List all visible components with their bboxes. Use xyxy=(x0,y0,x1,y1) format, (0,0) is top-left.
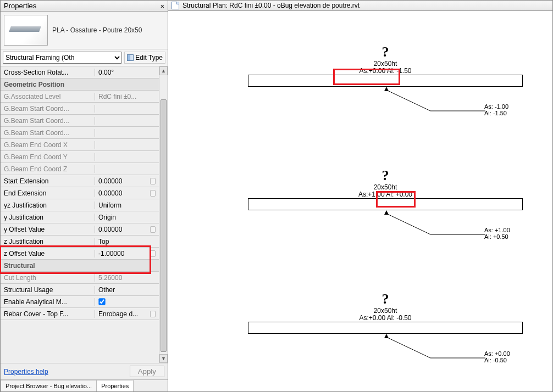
palette-tabs: Project Browser - Bug elevatio... Proper… xyxy=(1,379,168,391)
properties-panel: Properties ✕ PLA - Ossature - Poutre 20x… xyxy=(0,0,168,392)
property-label: Start Extension xyxy=(1,177,95,185)
value-handle-icon[interactable] xyxy=(150,311,156,317)
property-row[interactable]: G.Beam Start Coord... xyxy=(1,127,159,139)
property-row[interactable]: Cross-Section Rotat...0.00° xyxy=(1,66,159,79)
properties-title-bar: Properties ✕ xyxy=(1,1,168,12)
property-label: y Justification xyxy=(1,214,95,221)
property-value[interactable]: 0.00000 xyxy=(95,177,159,185)
edit-type-button[interactable]: Edit Type xyxy=(124,52,165,64)
edit-type-icon xyxy=(127,54,134,61)
property-row[interactable]: y JustificationOrigin xyxy=(1,211,159,223)
view-window: Structural Plan: RdC fini ±0.00 - oBug e… xyxy=(168,0,553,392)
question-mark-icon: ? xyxy=(248,44,523,60)
question-mark-icon: ? xyxy=(248,167,523,184)
property-row[interactable]: z Offset Value-1.00000 xyxy=(1,248,159,260)
beam-instance[interactable]: ?20x50htAs:+0.00 Ai: -0.50As: +0.00Ai: -… xyxy=(248,291,523,334)
property-value[interactable]: 0.00000 xyxy=(95,189,159,197)
property-row[interactable]: G.Beam End Coord X xyxy=(1,139,159,151)
property-row[interactable]: Structural UsageOther xyxy=(1,284,159,296)
svg-line-2 xyxy=(386,214,430,234)
property-grid: Cross-Section Rotat...0.00°Geometric Pos… xyxy=(1,66,159,363)
property-label: Structural Usage xyxy=(1,286,95,294)
property-row: Geometric Position xyxy=(1,79,159,91)
property-row[interactable]: Rebar Cover - Top F...Enrobage d... xyxy=(1,308,159,320)
beam-outline[interactable] xyxy=(248,322,523,334)
type-thumbnail xyxy=(4,15,48,46)
property-row[interactable]: Enable Analytical M... xyxy=(1,296,159,308)
property-value[interactable]: Top xyxy=(95,238,159,245)
leader-line xyxy=(386,88,496,126)
property-label: Geometric Position xyxy=(1,81,68,88)
property-value[interactable]: Other xyxy=(95,286,159,294)
property-label: Rebar Cover - Top F... xyxy=(1,310,95,318)
property-value[interactable]: 0.00000 xyxy=(95,226,159,233)
properties-help-link[interactable]: Properties help xyxy=(4,368,48,376)
property-row[interactable]: G.Associated LevelRdC fini ±0... xyxy=(1,91,159,103)
property-label: End Extension xyxy=(1,189,95,197)
beam-label: 20x50htAs:+0.00 Ai: -0.50 xyxy=(248,307,523,322)
property-label: G.Beam Start Coord... xyxy=(1,129,95,137)
analytical-checkbox[interactable] xyxy=(98,298,105,305)
property-value[interactable]: -1.00000 xyxy=(95,250,159,257)
property-row[interactable]: G.Beam End Coord Z xyxy=(1,163,159,175)
apply-button[interactable]: Apply xyxy=(130,366,164,377)
beam-label: 20x50htAs:+1.00 Ai: +0.00 xyxy=(248,184,523,198)
drawing-canvas[interactable]: ?20x50htAs:+0.00 Ai: -1.50As: -1.00Ai: -… xyxy=(168,11,552,391)
value-handle-icon[interactable] xyxy=(150,190,156,197)
property-row[interactable]: y Offset Value0.00000 xyxy=(1,223,159,236)
property-value[interactable]: 0.00° xyxy=(95,69,159,76)
category-selector[interactable]: Structural Framing (Oth xyxy=(3,52,122,64)
tab-properties[interactable]: Properties xyxy=(96,380,134,391)
beam-instance[interactable]: ?20x50htAs:+0.00 Ai: -1.50As: -1.00Ai: -… xyxy=(248,44,523,87)
property-value[interactable]: RdC fini ±0... xyxy=(95,93,159,100)
property-row[interactable]: G.Beam End Coord Y xyxy=(1,151,159,163)
property-label: Enable Analytical M... xyxy=(1,298,95,306)
property-label: G.Beam End Coord Z xyxy=(1,165,95,173)
view-title-text: Structural Plan: RdC fini ±0.00 - oBug e… xyxy=(183,2,360,9)
tab-project-browser[interactable]: Project Browser - Bug elevatio... xyxy=(1,380,97,391)
beam-outline[interactable] xyxy=(248,75,523,87)
property-value[interactable] xyxy=(95,298,159,305)
property-row[interactable]: G.Beam Start Coord... xyxy=(1,115,159,127)
value-handle-icon[interactable] xyxy=(150,178,156,184)
question-mark-icon: ? xyxy=(248,291,523,307)
property-row: Structural xyxy=(1,260,159,272)
property-label: G.Beam End Coord X xyxy=(1,141,95,149)
view-title-bar: Structural Plan: RdC fini ±0.00 - oBug e… xyxy=(168,1,552,11)
svg-line-4 xyxy=(386,337,430,358)
property-label: z Justification xyxy=(1,238,95,245)
property-row[interactable]: Cut Length5.26000 xyxy=(1,272,159,284)
property-label: G.Beam Start Coord... xyxy=(1,117,95,125)
property-label: y Offset Value xyxy=(1,226,95,233)
beam-callout: As: +0.00Ai: -0.50 xyxy=(484,350,510,363)
value-handle-icon[interactable] xyxy=(150,226,156,233)
value-handle-icon[interactable] xyxy=(150,250,156,257)
property-row[interactable]: yz JustificationUniform xyxy=(1,199,159,211)
property-value[interactable]: 5.26000 xyxy=(95,274,159,282)
beam-label: 20x50htAs:+0.00 Ai: -1.50 xyxy=(248,60,523,75)
property-label: Structural xyxy=(1,262,38,270)
property-row[interactable]: G.Beam Start Coord... xyxy=(1,103,159,115)
beam-outline[interactable] xyxy=(248,198,523,210)
property-value[interactable]: Origin xyxy=(95,214,159,221)
property-label: G.Associated Level xyxy=(1,93,95,100)
property-label: Cross-Section Rotat... xyxy=(1,69,95,76)
property-row[interactable]: End Extension0.00000 xyxy=(1,187,159,199)
beam-instance[interactable]: ?20x50htAs:+1.00 Ai: +0.00As: +1.00Ai: +… xyxy=(248,167,523,210)
property-value[interactable]: Enrobage d... xyxy=(95,310,159,318)
property-label: G.Beam Start Coord... xyxy=(1,105,95,113)
property-label: yz Justification xyxy=(1,201,95,209)
scroll-thumb[interactable] xyxy=(161,99,167,352)
close-icon[interactable]: ✕ xyxy=(161,2,164,10)
leader-line xyxy=(386,335,496,373)
property-value[interactable]: Uniform xyxy=(95,201,159,209)
property-label: Cut Length xyxy=(1,274,95,282)
document-icon xyxy=(172,2,179,9)
scroll-up-icon[interactable]: ▲ xyxy=(159,66,168,75)
type-header[interactable]: PLA - Ossature - Poutre 20x50 xyxy=(1,12,168,49)
grid-scrollbar[interactable]: ▲ ▼ xyxy=(159,66,168,363)
scroll-down-icon[interactable]: ▼ xyxy=(159,354,168,363)
property-row[interactable]: Start Extension0.00000 xyxy=(1,175,159,187)
type-name: PLA - Ossature - Poutre 20x50 xyxy=(52,26,142,34)
property-row[interactable]: z JustificationTop xyxy=(1,236,159,248)
